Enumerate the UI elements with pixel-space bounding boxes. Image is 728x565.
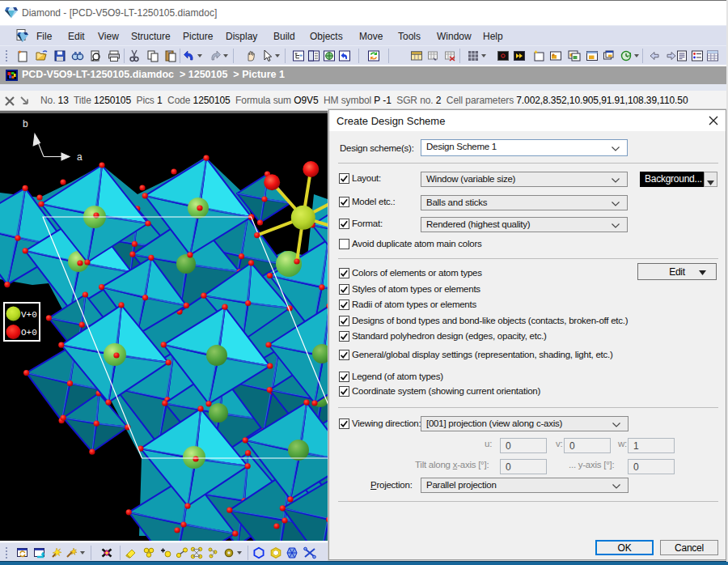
svg-text:b: b [23, 118, 28, 130]
svg-text:V+0: V+0 [21, 310, 37, 320]
svg-text:O+0: O+0 [21, 328, 37, 338]
svg-text:a: a [77, 151, 83, 163]
